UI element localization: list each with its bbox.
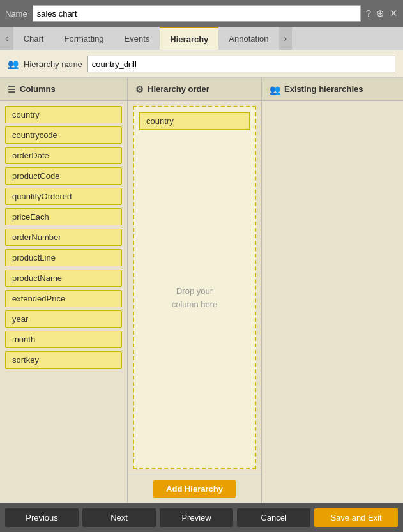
previous-button[interactable]: Previous [5, 508, 79, 527]
columns-header-label: Columns [20, 84, 56, 94]
columns-area: ☰ Columns country countrycode orderDate … [0, 78, 403, 503]
save-exit-button[interactable]: Save and Exit [314, 508, 398, 527]
hierarchy-order-label: Hierarchy order [148, 84, 209, 94]
list-item[interactable]: extendedPrice [5, 290, 122, 307]
help-icon[interactable]: ? [366, 8, 371, 19]
columns-panel: ☰ Columns country countrycode orderDate … [0, 78, 128, 503]
title-bar: Name ? ⊕ ✕ [0, 0, 403, 27]
close-icon[interactable]: ✕ [390, 8, 398, 19]
columns-body: country countrycode orderDate productCod… [0, 101, 127, 503]
list-item[interactable]: countrycode [5, 126, 122, 144]
tab-formatting[interactable]: Formatting [54, 27, 114, 50]
tab-bar: ‹ Chart Formatting Events Hierarchy Anno… [0, 27, 403, 50]
add-hierarchy-row: Add Hierarchy [128, 475, 261, 503]
move-icon[interactable]: ⊕ [376, 8, 384, 19]
list-item[interactable]: country [5, 106, 122, 123]
app-container: Name ? ⊕ ✕ ‹ Chart Formatting Events Hie… [0, 0, 403, 532]
list-item[interactable]: productName [5, 270, 122, 287]
cancel-button[interactable]: Cancel [237, 508, 310, 527]
hierarchy-order-header: ⚙ Hierarchy order [128, 78, 261, 101]
name-input[interactable] [33, 5, 361, 22]
title-bar-icons: ? ⊕ ✕ [366, 8, 398, 19]
existing-hierarchies-icon: 👥 [270, 84, 280, 95]
hierarchy-order-panel: ⚙ Hierarchy order country Drop yourcolum… [128, 78, 262, 503]
tab-annotation[interactable]: Annotation [218, 27, 278, 50]
next-button[interactable]: Next [82, 508, 156, 527]
hierarchy-order-icon: ⚙ [135, 84, 144, 95]
tab-prev-btn[interactable]: ‹ [0, 27, 13, 50]
tab-hierarchy[interactable]: Hierarchy [160, 27, 218, 50]
tab-chart[interactable]: Chart [13, 27, 54, 50]
list-item[interactable]: quantityOrdered [5, 188, 122, 205]
hierarchy-name-row: 👥 Hierarchy name [0, 50, 403, 78]
hierarchy-order-body: country Drop yourcolumn here [128, 101, 261, 475]
list-item[interactable]: orderNumber [5, 229, 122, 246]
add-hierarchy-button[interactable]: Add Hierarchy [153, 480, 236, 498]
main-content: ☰ Columns country countrycode orderDate … [0, 78, 403, 503]
list-item[interactable]: orderDate [5, 147, 122, 164]
columns-header: ☰ Columns [0, 78, 127, 101]
bottom-bar: Previous Next Preview Cancel Save and Ex… [0, 503, 403, 532]
list-item[interactable]: sortkey [5, 351, 122, 369]
existing-hierarchies-panel: 👥 Existing hierarchies [262, 78, 403, 503]
hierarchy-name-label: Hierarchy name [24, 59, 82, 69]
name-label: Name [5, 9, 27, 19]
hierarchy-name-icon: 👥 [8, 59, 19, 69]
list-item[interactable]: productLine [5, 249, 122, 266]
columns-header-icon: ☰ [8, 84, 16, 95]
hierarchy-drop-zone[interactable]: country Drop yourcolumn here [133, 106, 256, 469]
list-item[interactable]: priceEach [5, 208, 122, 225]
drop-placeholder: Drop yourcolumn here [159, 272, 231, 324]
hierarchy-placed-item[interactable]: country [139, 112, 250, 130]
list-item[interactable]: month [5, 331, 122, 348]
existing-hierarchies-label: Existing hierarchies [284, 84, 363, 94]
existing-hierarchies-header: 👥 Existing hierarchies [262, 78, 403, 101]
list-item[interactable]: productCode [5, 167, 122, 185]
hierarchy-name-input[interactable] [87, 56, 395, 72]
list-item[interactable]: year [5, 310, 122, 328]
existing-hierarchies-body [262, 101, 403, 503]
tab-events[interactable]: Events [114, 27, 160, 50]
preview-button[interactable]: Preview [160, 508, 233, 527]
tab-next-btn[interactable]: › [279, 27, 293, 50]
